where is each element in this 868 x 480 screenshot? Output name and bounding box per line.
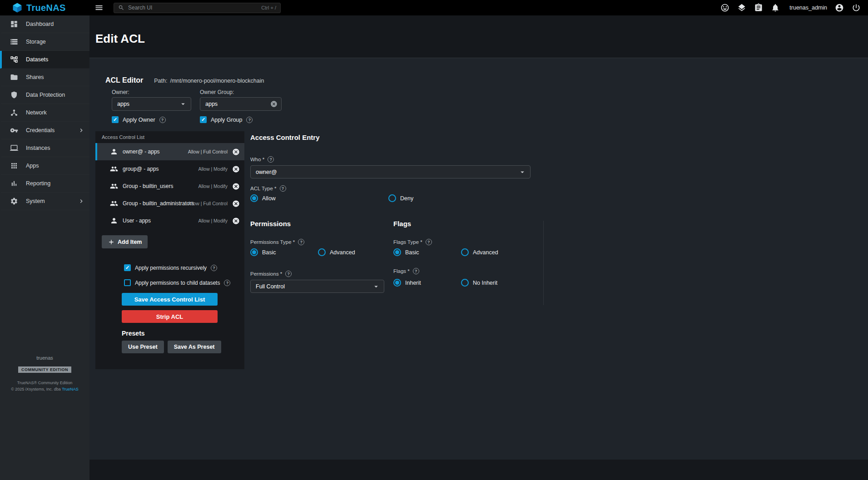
acl-type-allow-option[interactable]: Allow xyxy=(250,194,276,202)
sidebar-item-datasets[interactable]: Datasets xyxy=(0,51,89,69)
chevron-down-icon xyxy=(372,282,380,291)
flags-no-inherit-option[interactable]: No Inherit xyxy=(461,279,497,287)
layers-icon[interactable] xyxy=(737,3,746,12)
permissions-type-label-row: Permissions Type * xyxy=(250,239,304,245)
flags-inherit-option[interactable]: Inherit xyxy=(393,279,421,287)
menu-toggle-icon[interactable] xyxy=(94,3,104,12)
edition-badge: COMMUNITY EDITION xyxy=(18,366,71,373)
owner-group-label: Owner Group: xyxy=(200,89,234,95)
clear-icon[interactable] xyxy=(270,100,278,108)
radio-allow[interactable] xyxy=(250,194,258,202)
owner-group-input[interactable] xyxy=(205,101,270,107)
help-icon[interactable] xyxy=(280,185,286,192)
flags-section-title: Flags xyxy=(393,220,411,228)
folder-icon xyxy=(10,73,18,81)
search-shortcut-hint: Ctrl + / xyxy=(261,5,276,10)
help-icon[interactable] xyxy=(268,156,274,163)
list-item-ace[interactable]: group@ - apps Allow | Modify xyxy=(95,160,244,178)
remove-entry-icon[interactable] xyxy=(232,165,240,173)
sidebar-item-credentials[interactable]: Credentials xyxy=(0,122,89,139)
feedback-smiley-icon[interactable] xyxy=(720,3,729,12)
flags-type-basic-option[interactable]: Basic xyxy=(393,248,419,256)
apply-group-checkbox[interactable] xyxy=(200,116,207,123)
dataset-path: Path: /mnt/monero-pool/monero-blockchain xyxy=(154,78,264,84)
acl-type-deny-option[interactable]: Deny xyxy=(388,194,413,202)
search-input[interactable] xyxy=(128,5,258,11)
sidebar-item-apps[interactable]: Apps xyxy=(0,157,89,175)
owner-group-field[interactable] xyxy=(200,97,282,111)
dataset-path-value: /mnt/monero-pool/monero-blockchain xyxy=(170,78,264,84)
sidebar-item-network[interactable]: Network xyxy=(0,104,89,122)
radio-no-inherit[interactable] xyxy=(461,279,469,287)
flags-type-label-row: Flags Type * xyxy=(393,239,432,245)
list-item-ace[interactable]: Group - builtin_users Allow | Modify xyxy=(95,178,244,195)
help-icon[interactable] xyxy=(224,280,230,286)
help-icon[interactable] xyxy=(159,117,166,123)
help-icon[interactable] xyxy=(246,117,253,123)
who-select[interactable]: owner@ xyxy=(250,165,531,178)
topbar: TrueNAS Ctrl + / truenas_admin xyxy=(0,0,868,15)
help-icon[interactable] xyxy=(211,265,217,271)
truenas-link[interactable]: TrueNAS xyxy=(62,387,79,391)
global-search[interactable]: Ctrl + / xyxy=(114,3,281,13)
apply-child-datasets-row: Apply permissions to child datasets xyxy=(124,279,230,286)
help-icon[interactable] xyxy=(413,268,419,274)
radio-advanced[interactable] xyxy=(461,248,469,256)
person-icon xyxy=(110,217,118,225)
strip-acl-button[interactable]: Strip ACL xyxy=(122,310,218,323)
list-item-ace[interactable]: owner@ - apps Allow | Full Control xyxy=(95,143,244,160)
group-icon xyxy=(110,165,118,173)
remove-entry-icon[interactable] xyxy=(232,148,240,156)
sidebar-item-instances[interactable]: Instances xyxy=(0,139,89,157)
permissions-type-advanced-option[interactable]: Advanced xyxy=(318,248,355,256)
alerts-bell-icon[interactable] xyxy=(771,3,780,12)
group-icon xyxy=(110,182,118,190)
logged-in-username[interactable]: truenas_admin xyxy=(789,5,827,11)
access-control-list-title: Access Control List xyxy=(102,134,144,140)
use-preset-button[interactable]: Use Preset xyxy=(122,341,164,353)
radio-inherit[interactable] xyxy=(393,279,401,287)
apply-owner-checkbox[interactable] xyxy=(112,116,119,123)
dashboard-icon xyxy=(10,20,18,28)
jobs-clipboard-icon[interactable] xyxy=(754,3,763,12)
help-icon[interactable] xyxy=(298,239,304,245)
section-divider xyxy=(543,221,544,305)
add-item-button[interactable]: Add Item xyxy=(102,235,148,248)
sidebar-item-dashboard[interactable]: Dashboard xyxy=(0,15,89,33)
permissions-select[interactable]: Full Control xyxy=(250,280,384,293)
apply-recursively-row: Apply permissions recursively xyxy=(124,264,217,271)
flags-label-row: Flags * xyxy=(393,268,419,274)
save-as-preset-button[interactable]: Save As Preset xyxy=(168,341,221,353)
sidebar-item-reporting[interactable]: Reporting xyxy=(0,175,89,193)
radio-deny[interactable] xyxy=(388,194,396,202)
radio-basic[interactable] xyxy=(250,248,258,256)
flags-type-advanced-option[interactable]: Advanced xyxy=(461,248,498,256)
save-acl-button[interactable]: Save Access Control List xyxy=(122,293,218,306)
sidebar-item-shares[interactable]: Shares xyxy=(0,69,89,86)
permissions-type-basic-option[interactable]: Basic xyxy=(250,248,276,256)
radio-advanced[interactable] xyxy=(318,248,326,256)
list-item-ace[interactable]: User - apps Allow | Modify xyxy=(95,212,244,229)
plus-icon xyxy=(108,238,115,246)
help-icon[interactable] xyxy=(285,271,292,277)
preset-buttons: Use Preset Save As Preset xyxy=(122,341,221,353)
copyright-text: © 2025 iXsystems, Inc. dba TrueNAS xyxy=(11,387,79,391)
shield-icon xyxy=(10,91,18,99)
remove-entry-icon[interactable] xyxy=(232,183,240,190)
owner-label: Owner: xyxy=(112,89,129,95)
sidebar-nav: Dashboard Storage Datasets Shares Data P… xyxy=(0,15,89,480)
radio-basic[interactable] xyxy=(393,248,401,256)
list-item-ace[interactable]: Group - builtin_administrators Allow | F… xyxy=(95,195,244,212)
account-circle-icon[interactable] xyxy=(835,3,844,12)
power-icon[interactable] xyxy=(852,3,861,12)
owner-select[interactable]: apps xyxy=(112,97,191,111)
sidebar-item-system[interactable]: System xyxy=(0,193,89,210)
help-icon[interactable] xyxy=(426,239,432,245)
remove-entry-icon[interactable] xyxy=(232,200,240,208)
apply-recursively-checkbox[interactable] xyxy=(124,264,131,271)
sidebar-item-storage[interactable]: Storage xyxy=(0,33,89,51)
truenas-logo[interactable]: TrueNAS xyxy=(12,2,88,13)
remove-entry-icon[interactable] xyxy=(232,217,240,225)
sidebar-item-data-protection[interactable]: Data Protection xyxy=(0,86,89,104)
apply-child-datasets-checkbox[interactable] xyxy=(124,279,131,286)
